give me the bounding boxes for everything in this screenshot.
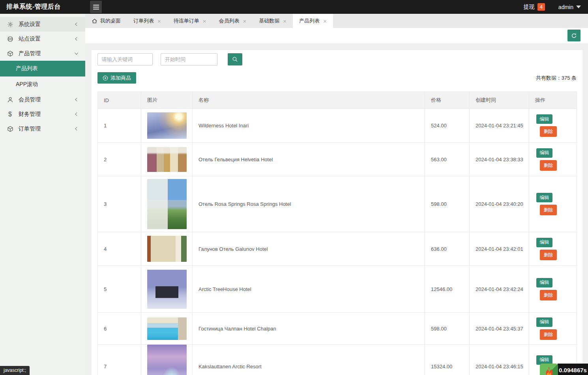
table-row: 6 Гостиница Чалпан Hotel Chalpan 598.00 … (98, 313, 577, 345)
close-icon[interactable]: × (243, 18, 247, 24)
chevron-left-icon (74, 97, 79, 102)
chevron-left-icon (74, 127, 79, 131)
chevron-left-icon (74, 112, 79, 116)
edit-button[interactable]: 编辑 (536, 193, 552, 202)
product-table: ID 图片 名称 价格 创建时间 操作 1 Wilderness Hotel I… (97, 91, 577, 375)
table-row: 4 Галунов Отель Galunov Hotel 636.00 202… (98, 232, 577, 266)
tab-bar: 我的桌面 订单列表 × 待连单订单 × 会员列表 × 基础数据 × 产品列表 × (85, 14, 588, 28)
table-row: 1 Wilderness Hotel Inari 524.00 2024-01-… (98, 109, 577, 143)
add-product-button[interactable]: 添加商品 (97, 72, 136, 84)
cell-price: 598.00 (425, 176, 470, 232)
content-panel: 添加商品 共有数据：375 条 ID 图片 名称 价格 创建时间 操作 (92, 50, 582, 375)
edit-button[interactable]: 编辑 (536, 148, 552, 158)
app-header: 排单系统-管理后台 提现 4 admin (0, 0, 588, 14)
sidebar-toggle-button[interactable] (90, 1, 102, 13)
cell-name: Wilderness Hotel Inari (193, 109, 425, 143)
sidebar-item-order-management[interactable]: 订单管理 (0, 121, 85, 136)
globe-icon (7, 35, 13, 42)
cell-price: 12546.00 (425, 266, 470, 313)
cell-name: Отель Rosa Springs Rosa Springs Hotel (193, 176, 425, 232)
refresh-icon (571, 33, 577, 39)
cell-created: 2024-01-04 23:45:37 (470, 313, 529, 345)
withdraw-count-badge: 4 (537, 3, 545, 11)
product-image (147, 345, 187, 375)
table-row: 7 Kakslauttanen Arctic Resort 15324.00 2… (98, 345, 577, 375)
close-icon[interactable]: × (283, 18, 287, 24)
close-icon[interactable]: × (323, 18, 327, 24)
cell-created: 2024-01-04 23:40:20 (470, 176, 529, 232)
delete-button[interactable]: 删除 (540, 126, 557, 137)
col-name: 名称 (193, 92, 425, 109)
cube-icon (7, 50, 13, 57)
cell-name: Галунов Отель Galunov Hotel (193, 232, 425, 266)
cell-price: 15324.00 (425, 345, 470, 375)
sidebar-subitem-label: APP滚动 (16, 81, 38, 88)
trace-flame-icon[interactable] (540, 364, 558, 375)
search-button[interactable] (228, 53, 242, 65)
sidebar-item-finance-management[interactable]: $ 财务管理 (0, 107, 85, 121)
tab-my-desktop[interactable]: 我的桌面 (85, 14, 127, 28)
edit-button[interactable]: 编辑 (536, 114, 552, 124)
close-icon[interactable]: × (203, 18, 206, 24)
keyword-input[interactable] (97, 53, 153, 65)
delete-button[interactable]: 删除 (540, 290, 557, 300)
edit-button[interactable]: 编辑 (536, 238, 552, 247)
total-count: 共有数据：375 条 (536, 75, 577, 82)
trace-time-badge[interactable]: 0.094867s (558, 364, 588, 375)
cell-id: 6 (98, 313, 141, 345)
tab-label: 待连单订单 (174, 17, 199, 24)
table-row: 3 Отель Rosa Springs Rosa Springs Hotel … (98, 176, 577, 232)
tab-order-list[interactable]: 订单列表 × (127, 14, 167, 28)
sidebar-item-product-list[interactable]: 产品列表 (0, 61, 85, 76)
product-image (147, 236, 187, 262)
col-id: ID (98, 92, 141, 109)
edit-button[interactable]: 编辑 (536, 278, 552, 287)
sidebar-item-product-management[interactable]: 产品管理 (0, 46, 85, 61)
sidebar-item-label: 系统设置 (19, 21, 41, 28)
col-image: 图片 (141, 92, 193, 109)
edit-button[interactable]: 编辑 (536, 355, 552, 365)
sidebar-item-label: 站点设置 (19, 35, 41, 43)
tab-member-list[interactable]: 会员列表 × (213, 14, 253, 28)
tab-pending-chain-orders[interactable]: 待连单订单 × (167, 14, 213, 28)
user-menu[interactable]: admin (558, 4, 573, 10)
cell-price: 598.00 (425, 313, 470, 345)
gear-icon (7, 21, 13, 28)
chevron-left-icon (74, 22, 79, 26)
sidebar-subitem-label: 产品列表 (16, 65, 38, 72)
cell-id: 7 (98, 345, 141, 375)
cell-id: 1 (98, 109, 141, 143)
close-icon[interactable]: × (157, 18, 161, 24)
col-created: 创建时间 (470, 92, 529, 109)
plus-circle-icon (103, 75, 108, 81)
cell-price: 524.00 (425, 109, 470, 143)
chevron-left-icon (74, 37, 79, 41)
cell-price: 563.00 (425, 143, 470, 176)
sidebar-item-system-settings[interactable]: 系统设置 (0, 17, 85, 32)
delete-button[interactable]: 删除 (540, 250, 557, 260)
sidebar-item-label: 产品管理 (19, 50, 41, 57)
delete-button[interactable]: 删除 (540, 329, 557, 340)
cell-created: 2024-01-04 23:21:45 (470, 109, 529, 143)
browser-status-link-hint: javascript:; (0, 366, 30, 375)
chevron-down-icon[interactable] (576, 6, 581, 8)
refresh-button[interactable] (567, 30, 581, 41)
col-actions: 操作 (529, 92, 577, 109)
delete-button[interactable]: 删除 (540, 160, 557, 171)
edit-button[interactable]: 编辑 (536, 317, 552, 327)
product-image (147, 317, 187, 340)
sidebar-item-label: 会员管理 (19, 96, 41, 103)
product-image (147, 270, 187, 309)
sidebar-item-app-scroll[interactable]: APP滚动 (0, 76, 85, 92)
tab-label: 订单列表 (133, 17, 154, 24)
product-image (147, 179, 187, 229)
tab-product-list[interactable]: 产品列表 × (293, 14, 333, 28)
app-title: 排单系统-管理后台 (0, 3, 61, 11)
tab-toolbar (85, 28, 588, 43)
sidebar-item-member-management[interactable]: 会员管理 (0, 92, 85, 107)
delete-button[interactable]: 删除 (540, 205, 557, 215)
tab-base-data[interactable]: 基础数据 × (253, 14, 293, 28)
start-time-input[interactable] (161, 53, 217, 65)
sidebar-item-site-settings[interactable]: 站点设置 (0, 32, 85, 46)
withdraw-link[interactable]: 提现 (524, 4, 535, 11)
